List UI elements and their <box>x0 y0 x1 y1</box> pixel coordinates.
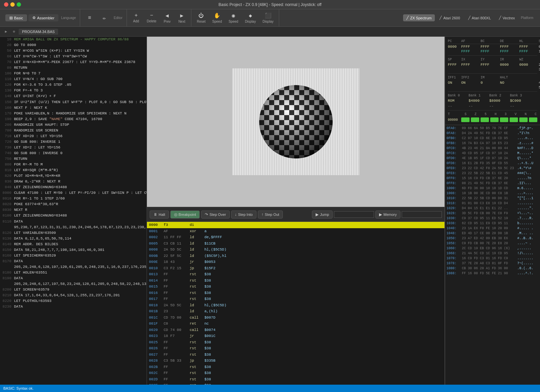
line-number: 730 <box>2 145 11 150</box>
asm-bytes: C3 CB 11 <box>164 241 187 247</box>
asm-row[interactable]: 0028 C3 5B 33 jp $335B <box>147 358 444 364</box>
code-line: 8180LET HOLEN=63551 <box>0 270 147 276</box>
asm-row[interactable]: 0027 FF rst $38 <box>147 352 444 358</box>
prev-btn[interactable]: ◀ Prev <box>160 11 174 25</box>
asm-mnem: jr <box>190 333 202 339</box>
step-out-btn[interactable]: ↑ Step Out <box>258 211 283 219</box>
zx-spectrum-btn[interactable]: ╱ ZX Spectrum <box>403 14 435 21</box>
pencil-btn[interactable]: ✏ <box>98 13 111 23</box>
asm-row[interactable]: 0010 C3 F2 15 jp $15F2 <box>147 265 444 272</box>
add-btn[interactable]: + Add <box>130 11 143 24</box>
atari2600-btn[interactable]: ╱ Atari 2600 <box>436 14 463 21</box>
halt-btn[interactable]: ⏸ Halt <box>150 211 169 219</box>
line-number: 820 <box>2 173 11 179</box>
power-icon: ⏻ <box>198 13 204 19</box>
asm-row[interactable]: 001B 23 ld a,(hl) <box>147 308 444 315</box>
hex-ascii: N#F!...D <box>517 146 540 151</box>
memory-btn[interactable]: ▶ Memory <box>375 211 400 219</box>
asm-row[interactable]: 0014 FF rst $38 <box>147 278 444 284</box>
line-number: 8030 <box>2 207 11 213</box>
code-line: 170POKE VARIABLEN,N : RANDOMIZE USR SPEI… <box>0 111 147 116</box>
display2-btn[interactable]: ⬛ Display <box>260 11 276 25</box>
breakpoint-btn[interactable]: ◎ Breakpoint <box>170 211 200 219</box>
hex-memory-row: 0FB0: C2 97 10 CD 6E 19 CD 95 ....n... =… <box>446 136 539 141</box>
asm-row[interactable]: 0026 FF rst $38 <box>147 345 444 352</box>
code-lines: 10REM AMIGA BALL ON ZX SPECTRUM - HAPPY … <box>0 37 147 310</box>
speed-btn[interactable]: ✋ Speed <box>210 11 225 25</box>
asm-row[interactable]: 0016 FF rst $38 <box>147 290 444 296</box>
asm-row[interactable]: 002D FF rst $38 <box>147 376 444 383</box>
asm-addr: 0010 <box>149 266 161 271</box>
editor-btn[interactable]: ≡ <box>83 14 96 22</box>
asm-row[interactable]: 0020 CD 74 00 call $0074 <box>147 327 444 333</box>
editor-label: Editor <box>114 16 122 20</box>
asm-mnem: rst <box>190 370 202 376</box>
file-tab[interactable]: PROGRAM-34.BAS <box>19 29 58 35</box>
asm-row[interactable]: 0001 AF xor a <box>147 228 444 235</box>
line-content: 205,29,248,6,128,197,120,61,205,0,248,23… <box>14 264 147 270</box>
line-content: BEEP 2,9 : SAVE "NAME" CODE 47104, 16700 <box>14 116 102 122</box>
asm-row[interactable]: 000E 18 43 jr $0053 <box>147 259 444 265</box>
asm-ops: $001C <box>204 333 442 339</box>
hex-ascii: "["[...1 <box>517 196 540 201</box>
line-content: REM ADDR. DES BILDES <box>14 242 58 247</box>
asm-ops: $38 <box>204 352 442 358</box>
vectrex-btn[interactable]: ╱ Vectrex <box>496 14 518 21</box>
atari800xl-btn[interactable]: ╱ Atari 800XL <box>465 14 494 21</box>
display-btn[interactable]: ◆ Display <box>242 11 258 25</box>
assembler-tab[interactable]: ⚙ Assembler <box>28 14 58 21</box>
next-btn[interactable]: ▶ Next <box>175 11 188 25</box>
hex-ascii: =\...~.. <box>517 211 540 216</box>
reg-halt-val: NO <box>500 81 519 85</box>
asm-row[interactable]: 0025 FF rst $38 <box>147 339 444 346</box>
reset-btn[interactable]: ⏻ Reset <box>194 11 208 25</box>
asm-row[interactable]: 0000 f3 di <box>147 222 444 228</box>
asm-row[interactable]: 001F C0 ret nc <box>147 321 444 327</box>
jump-input[interactable] <box>334 211 374 218</box>
play-button[interactable]: ▶ <box>3 28 9 35</box>
step-into-icon: ↓ <box>235 212 237 217</box>
prev-label: Prev <box>164 20 171 23</box>
asm-row[interactable]: 0002 11 FF FF ld de,$FFFF <box>147 234 444 241</box>
asm-row[interactable]: 0018 2A 5D 5C ld hl,($5C5D) <box>147 302 444 309</box>
asm-row[interactable]: 000B 22 5F 5C ld ($5C5F),hl <box>147 253 444 259</box>
asm-row[interactable]: 001C CD 7D 00 call $007D <box>147 315 444 321</box>
asm-row[interactable]: 0008 2A 5D 5C ld hl,($5C5D) <box>147 247 444 253</box>
delete-btn[interactable]: − Delete <box>144 11 159 24</box>
line-content: LET H=COS W*SIN (K+P): LET Y=SIN W <box>14 48 89 54</box>
checker-pattern <box>259 85 333 158</box>
asm-row[interactable]: 002C FF rst $38 <box>147 370 444 376</box>
asm-row[interactable]: 0015 FF rst $38 <box>147 284 444 290</box>
asm-row[interactable]: 0005 C3 CB 11 ld $11CB <box>147 241 444 247</box>
asm-ops: $38 <box>204 364 442 370</box>
minimize-button[interactable] <box>10 2 15 7</box>
line-number: 190 <box>2 116 11 122</box>
maximize-button[interactable] <box>17 2 21 7</box>
code-line: 8110DATA <box>0 219 147 225</box>
speed2-btn[interactable]: ◉ Speed <box>226 11 241 25</box>
hex-addr: 0FB0: <box>446 136 460 141</box>
status-bar: BASIC: Syntax ok. <box>0 385 540 392</box>
atari2600-icon: ╱ <box>439 16 442 20</box>
hex-bytes: 23 22 CD 42 F8 2A 59 5C 23 <box>462 166 515 171</box>
asm-row[interactable]: 0013 FF rst $38 <box>147 271 444 278</box>
add-label: Add <box>133 19 139 23</box>
hex-memory-row: 1088: FF 16 00 FD 5E FE 21 90 ....^.!. =… <box>446 271 539 276</box>
asm-ops: hl,($5C5D) <box>204 303 442 308</box>
step-over-btn[interactable]: ↷ Step Over <box>201 211 230 219</box>
asm-row[interactable]: 0023 18 F7 jr $001C <box>147 333 444 339</box>
jump-btn[interactable]: ▶ Jump <box>312 211 333 219</box>
line-content: LET V=N/4 : GO SUB 700 <box>14 76 62 82</box>
asm-mnem: call <box>190 315 202 321</box>
line-content: NEXT R <box>14 207 27 213</box>
asm-row[interactable]: 002B FF rst $38 <box>147 364 444 370</box>
memory-input[interactable] <box>402 211 442 218</box>
asm-ops: $11CB <box>204 241 442 247</box>
reg-hl-header: HL <box>519 39 539 43</box>
stop-button[interactable]: ⊗ <box>11 28 17 35</box>
asm-row[interactable]: 0017 FF rst $38 <box>147 296 444 302</box>
bank1-label: Bank 1 <box>469 94 488 97</box>
step-into-btn[interactable]: ↓ Step Into <box>231 211 256 219</box>
basic-tab[interactable]: ▤ Basic <box>5 14 27 21</box>
close-button[interactable] <box>4 2 8 7</box>
